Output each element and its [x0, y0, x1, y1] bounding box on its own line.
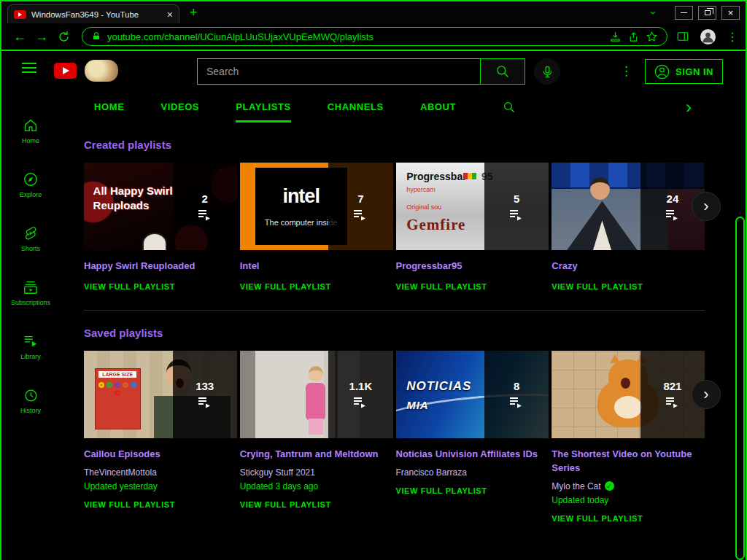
playlist-thumbnail[interactable]: 1.1K — [240, 351, 393, 438]
playlist-count-overlay: 5 — [484, 163, 549, 250]
tabs-overflow-chevron-icon[interactable]: › — [686, 92, 692, 122]
playlist-card[interactable]: 1.1K Crying, Tantrum and Meltdown Stickg… — [240, 351, 393, 523]
refresh-button[interactable] — [53, 30, 74, 44]
new-tab-button[interactable]: + — [190, 6, 198, 19]
sidebar-item-history[interactable]: History — [3, 373, 58, 427]
playlist-card[interactable]: All Happy Swirl Reuploads 2 Happy Swirl … — [84, 163, 237, 291]
playlist-updated: Updated 3 days ago — [240, 481, 393, 491]
search-bar — [197, 58, 525, 85]
playlist-thumbnail[interactable]: 24 — [551, 163, 705, 250]
browser-menu-dots-icon[interactable]: ⋮ — [727, 30, 738, 44]
playlist-title[interactable]: Noticias Univision Affiliates IDs — [396, 448, 549, 462]
playlist-title[interactable]: Crazy — [551, 260, 705, 273]
search-input[interactable] — [197, 58, 480, 85]
back-button[interactable]: ← — [9, 29, 31, 44]
view-full-playlist-link[interactable]: VIEW FULL PLAYLIST — [551, 282, 705, 291]
playlist-icon — [665, 209, 680, 221]
chevron-down-icon[interactable]: › — [648, 11, 660, 15]
sidebar-item-subscriptions[interactable]: Subscriptions — [3, 265, 58, 319]
scrollbar-thumb[interactable] — [735, 217, 745, 560]
playlist-count: 24 — [667, 192, 679, 205]
search-button[interactable] — [480, 58, 525, 85]
thumbnail-art — [306, 383, 325, 421]
profile-avatar[interactable] — [700, 28, 716, 45]
tab-videos[interactable]: VIDEOS — [160, 92, 199, 122]
lock-icon — [91, 31, 101, 42]
playlist-thumbnail[interactable]: intel The computer inside 7 — [240, 163, 393, 250]
install-app-icon[interactable] — [609, 31, 622, 43]
playlist-channel[interactable]: Mylo the Cat ✓ — [551, 481, 705, 491]
view-full-playlist-link[interactable]: VIEW FULL PLAYLIST — [240, 500, 393, 509]
forward-button[interactable]: → — [31, 29, 53, 44]
minimize-button[interactable] — [675, 6, 693, 20]
address-bar[interactable]: youtube.com/channel/UCiunAlpLUuSUjaxVUpE… — [82, 27, 667, 46]
playlists-content: Created playlists All Happy Swirl Reuplo… — [84, 139, 705, 523]
playlist-count-overlay: 1.1K — [328, 351, 392, 438]
thumbnail-text: intel — [282, 185, 320, 208]
playlist-count: 5 — [514, 192, 519, 205]
view-full-playlist-link[interactable]: VIEW FULL PLAYLIST — [396, 282, 549, 291]
playlist-title[interactable]: Crying, Tantrum and Meltdown — [240, 448, 393, 462]
tab-about[interactable]: ABOUT — [420, 92, 456, 122]
view-full-playlist-link[interactable]: VIEW FULL PLAYLIST — [396, 486, 549, 495]
tab-channels[interactable]: CHANNELS — [328, 92, 384, 122]
sidebar-item-explore[interactable]: Explore — [3, 158, 58, 211]
playlist-card[interactable]: NOTICIAS MIA 8 Noticias Univision Affili… — [396, 351, 549, 523]
restore-button[interactable] — [698, 6, 716, 20]
playlist-updated: Updated yesterday — [84, 481, 237, 491]
sign-in-button[interactable]: SIGN IN — [645, 59, 723, 84]
playlist-thumbnail[interactable]: NOTICIAS MIA 8 — [396, 351, 549, 438]
channel-logo-image[interactable] — [85, 60, 118, 82]
toolbar-right: ⋮ — [676, 28, 738, 45]
voice-search-button[interactable] — [534, 58, 560, 85]
tab-playlists[interactable]: PLAYLISTS — [236, 92, 291, 122]
thumbnail-art — [142, 233, 167, 250]
shorts-icon — [23, 225, 39, 241]
view-full-playlist-link[interactable]: VIEW FULL PLAYLIST — [84, 282, 237, 291]
close-button[interactable]: × — [721, 6, 740, 20]
playlist-title[interactable]: Happy Swirl Reuploaded — [84, 260, 237, 273]
playlist-card[interactable]: Progressbar 95 hypercam Original sou Gem… — [396, 163, 549, 291]
playlist-thumbnail[interactable]: All Happy Swirl Reuploads 2 — [84, 163, 237, 250]
playlist-channel[interactable]: TheVincentMottola — [84, 467, 237, 478]
home-icon — [23, 117, 39, 133]
channel-search-icon[interactable] — [503, 92, 516, 122]
sidebar-toggle-icon[interactable] — [676, 30, 689, 43]
youtube-menu-dots-icon[interactable]: ⋮ — [620, 63, 632, 79]
carousel-next-button[interactable]: › — [692, 192, 721, 221]
view-full-playlist-link[interactable]: VIEW FULL PLAYLIST — [84, 500, 237, 509]
youtube-logo[interactable] — [54, 63, 77, 79]
browser-tab[interactable]: WindowsFan3649 - YouTube × — [7, 4, 179, 23]
favorite-star-icon[interactable] — [646, 31, 658, 43]
playlist-thumbnail[interactable]: Progressbar 95 hypercam Original sou Gem… — [396, 163, 549, 250]
playlist-count-overlay: 2 — [173, 163, 237, 250]
playlist-title[interactable]: Intel — [240, 260, 393, 273]
playlist-title[interactable]: Progressbar95 — [396, 260, 549, 273]
sidebar-item-library[interactable]: Library — [3, 319, 58, 373]
playlist-title[interactable]: Caillou Episodes — [84, 448, 237, 462]
playlist-thumbnail[interactable]: 821 — [551, 351, 705, 438]
thumbnail-art — [621, 378, 630, 389]
playlist-card[interactable]: 24 Crazy VIEW FULL PLAYLIST — [551, 163, 705, 291]
tab-close-icon[interactable]: × — [167, 9, 173, 20]
search-icon — [495, 64, 510, 79]
browser-window: WindowsFan3649 - YouTube × + › × ← → you… — [0, 0, 747, 560]
channel-tabs: HOME VIDEOS PLAYLISTS CHANNELS ABOUT › — [1, 92, 746, 122]
playlist-thumbnail[interactable]: LARGE SIZE 133 — [84, 351, 237, 438]
playlist-card[interactable]: intel The computer inside 7 Intel VIEW F… — [240, 163, 393, 291]
playlist-channel[interactable]: Stickguy Stuff 2021 — [240, 467, 393, 478]
share-icon[interactable] — [627, 31, 640, 43]
hamburger-menu-icon[interactable] — [22, 67, 36, 69]
tab-home[interactable]: HOME — [94, 92, 124, 122]
playlist-title[interactable]: The Shortest Video on Youtube Series — [551, 448, 705, 475]
created-playlists-section: Created playlists All Happy Swirl Reuplo… — [84, 139, 705, 291]
sidebar-item-home[interactable]: Home — [3, 104, 58, 158]
youtube-header: ⋮ SIGN IN — [1, 51, 746, 92]
carousel-next-button[interactable]: › — [692, 380, 721, 409]
sidebar-item-shorts[interactable]: Shorts — [3, 211, 58, 265]
playlist-card[interactable]: LARGE SIZE 133 — [84, 351, 237, 523]
playlist-card[interactable]: 821 The Shortest Video on Youtube Series… — [551, 351, 705, 523]
view-full-playlist-link[interactable]: VIEW FULL PLAYLIST — [551, 514, 705, 523]
playlist-channel[interactable]: Francisco Barraza — [396, 467, 549, 478]
view-full-playlist-link[interactable]: VIEW FULL PLAYLIST — [240, 282, 393, 291]
